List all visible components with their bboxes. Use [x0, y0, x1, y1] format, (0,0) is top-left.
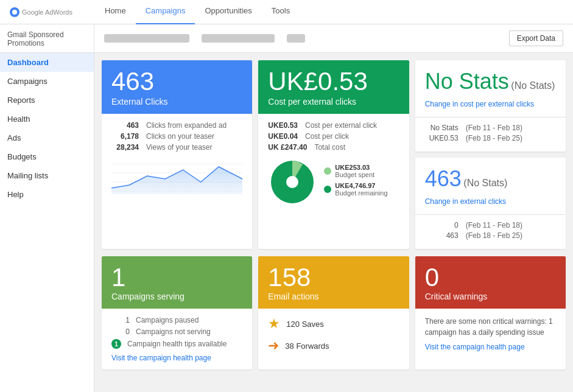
- campaigns-header: 1 Campaigns serving: [102, 256, 252, 309]
- top-bar-filters: [104, 34, 509, 43]
- card-external-clicks: 463 External Clicks 463 Clicks from expa…: [102, 60, 252, 249]
- card-cost-header: UK£0.53 Cost per external clicks: [258, 60, 409, 114]
- card-stats-column: No Stats (No Stats) Change in cost per e…: [415, 60, 566, 249]
- top-nav: Google AdWords Home Campaigns Opportunit…: [0, 0, 573, 24]
- pie-section: UKE253.03 Budget spent UKE4,746.97 Budge…: [268, 158, 399, 206]
- stat-row-2: 6,178 Clicks on your teaser: [111, 132, 242, 141]
- legend-remaining: UKE4,746.97 Budget remaining: [324, 182, 387, 197]
- sidebar-item-reports[interactable]: Reports: [0, 91, 94, 110]
- card-463-row-label-2: (Feb 18 - Feb 25): [466, 231, 522, 240]
- no-stats-link-wrap: Change in cost per external clicks: [415, 99, 566, 111]
- campaigns-stat-label-3: Campaign health tips available: [127, 340, 227, 348]
- no-stats-row-label-1: (Feb 11 - Feb 18): [466, 124, 522, 132]
- stat-num-3: 28,234: [111, 143, 139, 152]
- campaigns-visit-link[interactable]: Visit the campaign health page: [111, 354, 242, 362]
- filter-blurred-1: [104, 34, 189, 43]
- campaigns-stat-label-1: Campaigns paused: [136, 316, 199, 324]
- email-header: 158 Email actions: [258, 256, 409, 309]
- campaigns-stat-num-2: 0: [111, 327, 130, 336]
- card-cost: UK£0.53 Cost per external clicks UKE0.53…: [258, 60, 409, 249]
- card-clicks-header: 463 External Clicks: [102, 60, 252, 114]
- warnings-visit-link[interactable]: Visit the campaign health page: [425, 343, 556, 351]
- no-stats-link[interactable]: Change in cost per external clicks: [425, 100, 534, 108]
- no-stats-paren: (No Stats): [511, 80, 555, 91]
- svg-marker-7: [111, 167, 242, 194]
- email-big-num: 158: [268, 265, 399, 290]
- sidebar-item-ads[interactable]: Ads: [0, 128, 94, 147]
- card-email-actions: 158 Email actions ★ 120 Saves ➜ 38 Forwa…: [258, 256, 409, 369]
- warnings-subtitle: Critical warnings: [425, 292, 556, 301]
- sidebar-item-campaigns[interactable]: Campaigns: [0, 72, 94, 91]
- svg-text:Google AdWords: Google AdWords: [22, 9, 72, 16]
- no-stats-row-label-2: (Feb 18 - Feb 25): [466, 134, 522, 142]
- nav-campaigns[interactable]: Campaigns: [136, 0, 195, 25]
- stat-label-1: Clicks from expanded ad: [146, 121, 227, 130]
- legend-dot-spent: [324, 167, 331, 175]
- card-463-row-2: 463 (Feb 18 - Feb 25): [415, 231, 566, 247]
- sidebar-item-dashboard[interactable]: Dashboard: [0, 53, 94, 72]
- tip-badge: 1: [111, 339, 121, 349]
- no-stats-row-num-2: UKE0.53: [425, 134, 459, 142]
- stat-label-3: Views of your teaser: [146, 143, 213, 152]
- card-463-row-label-1: (Feb 11 - Feb 18): [466, 221, 522, 229]
- card-463-big: 463: [425, 166, 462, 191]
- sidebar-item-mailing-lists[interactable]: Mailing lists: [0, 166, 94, 185]
- cost-big-num: UK£0.53: [268, 69, 399, 94]
- pie-legend: UKE253.03 Budget spent UKE4,746.97 Budge…: [324, 164, 387, 200]
- sidebar: Gmail Sponsored Promotions Dashboard Cam…: [0, 24, 94, 392]
- stat-row-3: 28,234 Views of your teaser: [111, 143, 242, 152]
- card-463: 463 (No Stats) Change in external clicks…: [415, 158, 566, 249]
- card-463-link[interactable]: Change in external clicks: [425, 197, 506, 206]
- card-campaigns-serving: 1 Campaigns serving 1 Campaigns paused 0…: [102, 256, 252, 369]
- layout: Gmail Sponsored Promotions Dashboard Cam…: [0, 24, 573, 392]
- sidebar-item-help[interactable]: Help: [0, 185, 94, 204]
- nav-opportunities[interactable]: Opportunities: [195, 0, 261, 25]
- logo: Google AdWords: [10, 5, 83, 19]
- arrow-icon: ➜: [268, 338, 279, 354]
- email-body: ★ 120 Saves ➜ 38 Forwards: [258, 309, 409, 367]
- clicks-big-num: 463: [111, 69, 242, 94]
- legend-remaining-desc: Budget remaining: [335, 189, 387, 197]
- star-icon: ★: [268, 316, 280, 332]
- card-cost-body: UKE0.53 Cost per external click UKE0.04 …: [258, 114, 409, 214]
- card-no-stats: No Stats (No Stats) Change in cost per e…: [415, 60, 566, 152]
- sidebar-item-budgets[interactable]: Budgets: [0, 147, 94, 166]
- stat-row-1: 463 Clicks from expanded ad: [111, 121, 242, 130]
- legend-spent-text: UKE253.03 Budget spent: [335, 164, 374, 178]
- email-forwards-row: ➜ 38 Forwards: [268, 338, 399, 354]
- warning-text: There are some non critical warnings: 1 …: [425, 316, 556, 338]
- cost-stat-num-2: UKE0.04: [268, 132, 298, 141]
- cost-stat-label-3: Total cost: [314, 143, 345, 152]
- export-button[interactable]: Export Data: [509, 30, 563, 46]
- campaigns-stat-1: 1 Campaigns paused: [111, 316, 242, 324]
- cost-stat-num-3: UK £247.40: [268, 143, 307, 152]
- nav-tools[interactable]: Tools: [262, 0, 300, 25]
- nav-home[interactable]: Home: [95, 0, 136, 25]
- legend-remaining-text: UKE4,746.97 Budget remaining: [335, 182, 387, 197]
- warnings-big-num: 0: [425, 265, 556, 290]
- cost-stat-label-2: Cost per click: [305, 132, 349, 141]
- no-stats-header: No Stats (No Stats): [415, 60, 566, 99]
- top-cards: 463 External Clicks 463 Clicks from expa…: [94, 53, 573, 256]
- legend-spent-desc: Budget spent: [335, 171, 374, 178]
- cost-subtitle: Cost per external clicks: [268, 97, 399, 107]
- clicks-subtitle: External Clicks: [111, 97, 242, 107]
- sidebar-item-health[interactable]: Health: [0, 110, 94, 128]
- email-saves-label: 120 Saves: [286, 320, 323, 329]
- svg-point-9: [286, 176, 298, 188]
- card-463-link-wrap: Change in external clicks: [415, 197, 566, 208]
- cost-stat-3: UK £247.40 Total cost: [268, 143, 399, 152]
- logo-svg: Google AdWords: [10, 5, 83, 19]
- pie-chart-svg: [268, 158, 317, 206]
- campaigns-subtitle: Campaigns serving: [111, 292, 242, 301]
- stat-num-2: 6,178: [111, 132, 139, 141]
- cost-stat-1: UKE0.53 Cost per external click: [268, 121, 399, 130]
- stat-label-2: Clicks on your teaser: [146, 132, 214, 141]
- no-stats-big: No Stats: [425, 69, 509, 94]
- filter-blurred-3: [287, 34, 305, 43]
- divider-1: [415, 117, 566, 117]
- campaigns-stat-label-2: Campaigns not serving: [136, 327, 211, 336]
- card-463-row-num-1: 0: [425, 221, 459, 229]
- legend-spent-num: UKE253.03: [335, 164, 374, 171]
- sidebar-header: Gmail Sponsored Promotions: [0, 24, 94, 53]
